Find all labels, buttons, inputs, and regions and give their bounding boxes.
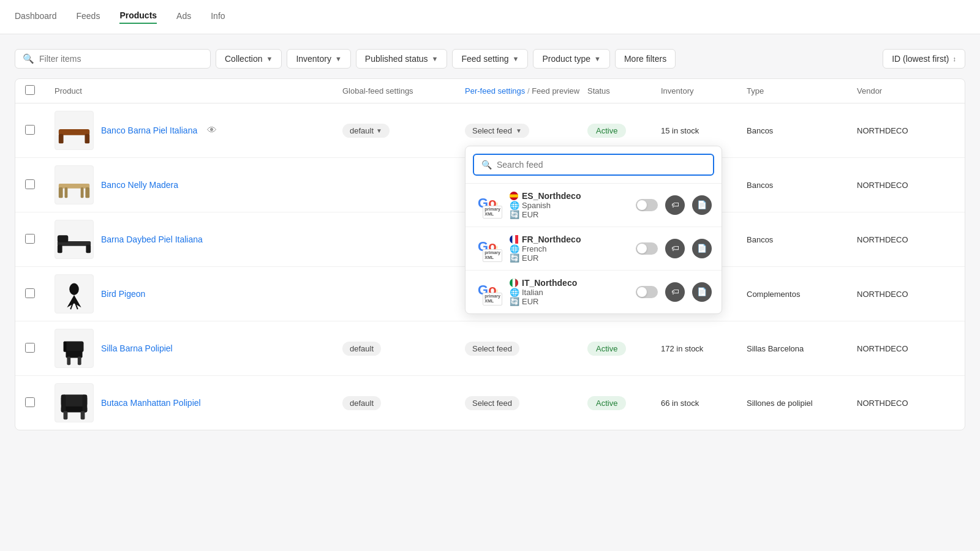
feed-logo-it: Google primaryXML: [475, 279, 502, 305]
feed-lang-es: 🌐 Spanish: [510, 201, 628, 210]
feed-tag-button-it[interactable]: 🏷: [665, 282, 685, 302]
svg-rect-44: [81, 411, 85, 420]
table-row: Banco Barna Piel Italiana 👁 default ▼ Se…: [15, 103, 965, 158]
type-cell-6: Sillones de polipiel: [747, 399, 857, 408]
search-icon: 🔍: [23, 53, 34, 64]
feed-search-dropdown: 🔍 Google: [465, 146, 722, 314]
feed-search-input[interactable]: [497, 160, 706, 170]
select-feed-cell-5: Select feed: [465, 342, 587, 356]
chevron-down-icon: ▼: [432, 55, 439, 62]
select-feed-button-5[interactable]: Select feed: [465, 342, 519, 356]
product-link-3[interactable]: Barna Daybed Piel Italiana: [101, 234, 203, 244]
published-status-filter[interactable]: Published status ▼: [356, 49, 448, 69]
flag-es: [510, 192, 518, 200]
product-cell-1: Banco Barna Piel Italiana 👁: [55, 111, 342, 150]
row-checkbox-6[interactable]: [25, 397, 35, 407]
svg-rect-21: [59, 184, 89, 189]
row-checkbox-3[interactable]: [25, 234, 35, 244]
product-image-2: [55, 165, 94, 204]
nav-feeds[interactable]: Feeds: [77, 11, 100, 23]
header-status: Status: [587, 86, 661, 96]
product-link-4[interactable]: Bird Pigeon: [101, 289, 145, 299]
main-content: 🔍 Collection ▼ Inventory ▼ Published sta…: [0, 34, 980, 551]
select-all-checkbox[interactable]: [25, 85, 35, 95]
nav-ads[interactable]: Ads: [176, 11, 191, 23]
collection-filter[interactable]: Collection ▼: [216, 49, 282, 69]
svg-rect-1: [59, 134, 64, 144]
eye-icon-1[interactable]: 👁: [207, 125, 217, 136]
feed-name-it: IT_Northdeco: [510, 278, 628, 288]
chevron-down-icon: ▼: [516, 127, 522, 134]
svg-rect-20: [515, 279, 518, 287]
filter-input[interactable]: [39, 54, 203, 64]
row-checkbox-4[interactable]: [25, 288, 35, 298]
type-cell-3: Bancos: [747, 235, 857, 244]
feed-tag-button-fr[interactable]: 🏷: [665, 239, 685, 258]
product-link-6[interactable]: Butaca Manhattan Polipiel: [101, 398, 201, 408]
svg-rect-29: [86, 245, 91, 253]
vendor-cell-5: NORTHDECO: [857, 344, 955, 353]
svg-rect-19: [513, 279, 516, 287]
feed-edit-button-fr[interactable]: 📄: [692, 239, 712, 258]
feed-toggle-it[interactable]: [636, 286, 658, 298]
feed-edit-button-es[interactable]: 📄: [692, 195, 712, 215]
svg-rect-37: [78, 357, 81, 365]
feed-edit-button-it[interactable]: 📄: [692, 282, 712, 302]
more-filters-button[interactable]: More filters: [615, 49, 676, 69]
inventory-cell-6: 66 in stock: [661, 399, 747, 408]
feed-tag-button-es[interactable]: 🏷: [665, 195, 685, 215]
default-badge-6[interactable]: default: [342, 396, 381, 410]
product-type-filter[interactable]: Product type ▼: [533, 49, 610, 69]
inventory-filter[interactable]: Inventory ▼: [287, 49, 350, 69]
header-inventory: Inventory: [661, 86, 747, 96]
table-row: Silla Barna Polipiel default Select feed…: [15, 321, 965, 376]
chevron-down-icon: ▼: [513, 55, 519, 62]
inventory-cell-1: 15 in stock: [661, 126, 747, 135]
status-badge-6: Active: [587, 396, 626, 410]
flag-fr: [510, 235, 518, 244]
feed-setting-filter[interactable]: Feed setting ▼: [452, 49, 528, 69]
nav-products[interactable]: Products: [119, 10, 157, 24]
product-link-2[interactable]: Banco Nelly Madera: [101, 180, 178, 190]
search-wrap: 🔍: [15, 49, 211, 69]
select-feed-button-6[interactable]: Select feed: [465, 396, 519, 410]
vendor-cell-6: NORTHDECO: [857, 399, 955, 408]
default-badge-5[interactable]: default: [342, 342, 381, 356]
product-link-5[interactable]: Silla Barna Polipiel: [101, 343, 173, 353]
row-checkbox-5[interactable]: [25, 343, 35, 353]
chevron-down-icon: ▼: [594, 55, 601, 62]
svg-rect-42: [83, 394, 88, 412]
sort-button[interactable]: ID (lowest first) ↕: [883, 49, 965, 69]
global-setting-1: default ▼: [342, 124, 465, 138]
row-checkbox-2[interactable]: [25, 179, 35, 189]
status-cell-1: Active: [587, 126, 661, 135]
svg-rect-27: [58, 235, 68, 242]
header-global-feed: Global-feed settings: [342, 86, 465, 96]
select-feed-cell-1: Select feed ▼ 🔍: [465, 124, 587, 138]
product-cell-5: Silla Barna Polipiel: [55, 329, 342, 368]
default-badge-1[interactable]: default ▼: [342, 124, 390, 138]
feed-toggle-es[interactable]: [636, 199, 658, 211]
chevron-down-icon: ▼: [335, 55, 342, 62]
product-cell-3: Barna Daybed Piel Italiana: [55, 220, 342, 259]
feed-currency-es: 🔄 EUR: [510, 210, 628, 219]
product-link-1[interactable]: Banco Barna Piel Italiana: [101, 126, 197, 135]
select-feed-button-1[interactable]: Select feed ▼: [465, 124, 529, 138]
product-cell-2: Banco Nelly Madera: [55, 165, 342, 204]
feed-toggle-fr[interactable]: [636, 242, 658, 255]
header-product: Product: [55, 86, 342, 96]
product-image-4: [55, 274, 94, 313]
product-image-6: [55, 383, 94, 422]
global-setting-6: default: [342, 396, 465, 410]
type-cell-2: Bancos: [747, 181, 857, 190]
svg-rect-28: [58, 245, 62, 253]
nav-info[interactable]: Info: [211, 11, 225, 23]
table-row: Butaca Manhattan Polipiel default Select…: [15, 376, 965, 430]
product-cell-6: Butaca Manhattan Polipiel: [55, 383, 342, 422]
nav-dashboard[interactable]: Dashboard: [15, 11, 57, 23]
product-image-1: [55, 111, 94, 150]
vendor-cell-4: NORTHDECO: [857, 290, 955, 299]
product-image-3: [55, 220, 94, 259]
row-checkbox-1[interactable]: [25, 125, 35, 135]
feed-info-fr: FR_Northdeco 🌐 French 🔄 EUR: [510, 234, 628, 263]
